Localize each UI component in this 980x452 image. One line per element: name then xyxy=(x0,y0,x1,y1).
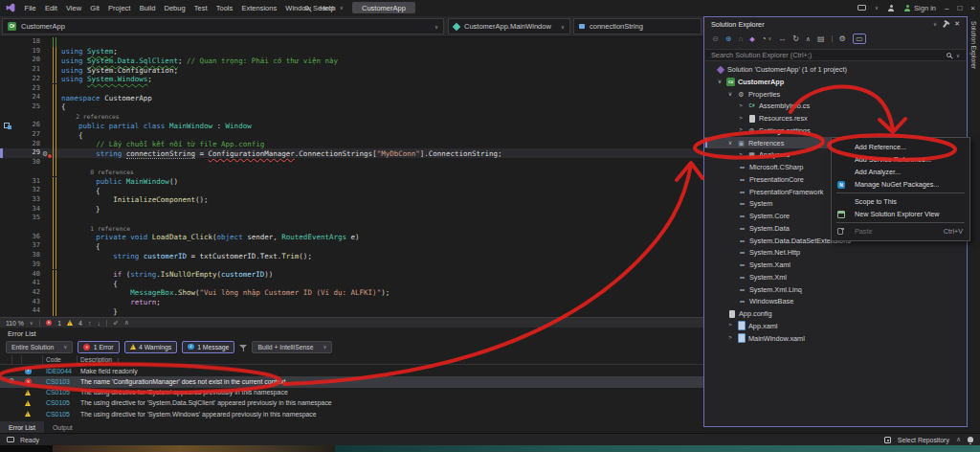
project-dropdown[interactable]: CustomerApp ∨ xyxy=(2,18,444,34)
menu-item-new-solution-explorer-view[interactable]: New Solution Explorer View xyxy=(832,208,969,220)
tree-item-app-config[interactable]: App.config xyxy=(704,307,967,320)
chevron-down-icon[interactable] xyxy=(768,36,771,41)
tree-item-windowsbase[interactable]: WindowsBase xyxy=(704,295,967,307)
live-share-icon[interactable] xyxy=(887,5,895,11)
chevron-down-icon[interactable]: ∨ xyxy=(933,21,937,27)
next-issue-icon[interactable]: ↓ xyxy=(97,320,100,327)
tree-item-system-xaml[interactable]: System.Xaml xyxy=(704,259,967,271)
pending-changes-icon[interactable] xyxy=(762,35,767,43)
menu-item-add-reference[interactable]: Add Reference... xyxy=(832,141,969,153)
tree-item-properties[interactable]: ∨Properties xyxy=(704,88,967,101)
properties-icon[interactable] xyxy=(839,35,846,43)
type-dropdown[interactable]: CustomerApp.MainWindow ∨ xyxy=(448,18,570,34)
chevron-collapsed-icon[interactable]: > xyxy=(737,126,745,132)
warning-indicator-icon[interactable] xyxy=(67,320,73,326)
messages-icon[interactable]: ⇙ xyxy=(113,319,119,327)
minimize-button[interactable]: – xyxy=(945,4,948,12)
chevron-down-icon[interactable]: ∨ xyxy=(956,53,960,58)
menu-project[interactable]: Project xyxy=(104,4,136,12)
menu-item-manage-nuget-packages[interactable]: Manage NuGet Packages... xyxy=(832,178,969,191)
zoom-level[interactable]: 110 % xyxy=(6,320,24,327)
previous-issue-icon[interactable]: ↑ xyxy=(88,320,92,327)
sync-icon[interactable] xyxy=(778,35,786,43)
menu-view[interactable]: View xyxy=(61,4,85,12)
chevron-collapsed-icon[interactable]: > xyxy=(737,102,745,108)
chevron-collapsed-icon[interactable]: > xyxy=(726,322,734,328)
error-indicator-icon[interactable] xyxy=(46,320,53,327)
line-number: 39 xyxy=(15,260,40,268)
tree-item-settings-settings[interactable]: >Settings.settings xyxy=(704,124,967,137)
chevron-collapsed-icon[interactable]: > xyxy=(737,151,745,157)
error-row-cs0105[interactable]: CS0105The using directive for 'System' a… xyxy=(0,388,703,398)
tab-error-list[interactable]: Error List xyxy=(0,421,44,433)
chevron-expanded-icon[interactable]: ∨ xyxy=(716,78,724,84)
error-row-ide0044[interactable]: IDE0044Make field readonly xyxy=(0,366,703,376)
preview-selected-icon[interactable] xyxy=(853,34,867,44)
menu-item-paste[interactable]: PasteCtrl+V xyxy=(832,225,969,237)
chevron-expanded-icon[interactable]: ∨ xyxy=(726,90,734,97)
menu-debug[interactable]: Debug xyxy=(160,4,189,12)
tree-item-solution-customerapp-1-of-1-project[interactable]: Solution 'CustomerApp' (1 of 1 project) xyxy=(704,63,967,76)
solution-name-button[interactable]: CustomerApp xyxy=(352,2,415,13)
member-dropdown[interactable]: connectionString xyxy=(573,18,702,34)
tree-item-system-xml-linq[interactable]: System.Xml.Linq xyxy=(704,283,967,296)
chevron-collapsed-icon[interactable]: > xyxy=(737,115,745,121)
chevron-down-icon[interactable]: ∨ xyxy=(30,320,33,326)
back-icon[interactable] xyxy=(712,35,719,43)
tree-item-system-net-http[interactable]: System.Net.Http xyxy=(704,246,967,259)
show-all-files-icon[interactable] xyxy=(817,35,825,43)
tree-item-system-xml[interactable]: System.Xml xyxy=(704,271,967,283)
tab-output[interactable]: Output xyxy=(44,421,81,433)
select-repository-button[interactable]: Select Repository xyxy=(898,437,949,443)
tree-item-mainwindow-xaml[interactable]: >MainWindow.xaml xyxy=(704,332,967,345)
switch-views-icon[interactable] xyxy=(749,35,754,42)
chevron-down-icon[interactable]: ∨ xyxy=(340,5,344,11)
menu-item-scope-to-this[interactable]: Scope to This xyxy=(832,195,969,208)
close-icon[interactable]: ✕ xyxy=(954,20,960,28)
menu-file[interactable]: File xyxy=(20,4,40,12)
code-text: namespace CustomerApp xyxy=(61,94,152,102)
quick-fix-icon[interactable] xyxy=(9,377,14,385)
error-row-cs0105[interactable]: CS0105The using directive for 'System.Wi… xyxy=(0,409,703,419)
sign-in-button[interactable]: Sign in xyxy=(903,4,936,12)
error-row-cs0105[interactable]: CS0105The using directive for 'System.Da… xyxy=(0,398,703,409)
menu-edit[interactable]: Edit xyxy=(40,4,61,12)
codelens-text[interactable]: 2 references xyxy=(61,113,120,120)
search-box[interactable]: Search ∨ xyxy=(304,0,344,15)
chevron-down-icon[interactable]: ∨ xyxy=(875,5,879,11)
chevron-expanded-icon[interactable]: ∨ xyxy=(726,139,734,146)
background-tasks-icon[interactable] xyxy=(7,437,14,442)
restore-button[interactable]: □ xyxy=(957,4,962,12)
codelens-text[interactable]: 0 references xyxy=(61,169,134,175)
pin-icon[interactable] xyxy=(943,21,948,28)
code-editor[interactable]: 1819using System;20using System.Data.Sql… xyxy=(0,37,703,317)
close-button[interactable]: × xyxy=(970,4,975,12)
collapse-all-icon[interactable] xyxy=(806,35,811,42)
menu-item-add-service-reference[interactable]: Add Service Reference... xyxy=(832,153,969,166)
chevron-collapsed-icon[interactable]: > xyxy=(726,334,734,340)
menu-tools[interactable]: Tools xyxy=(212,4,237,12)
menu-test[interactable]: Test xyxy=(189,4,212,12)
tree-item-customerapp[interactable]: ∨CustomerApp xyxy=(704,76,967,88)
feedback-icon[interactable] xyxy=(858,5,866,11)
menu-item-label: Scope to This xyxy=(855,197,897,206)
tree-item-resources-resx[interactable]: >Resources.resx xyxy=(704,112,967,124)
solution-explorer-side-tab[interactable]: Solution Explorer xyxy=(969,16,979,74)
menu-git[interactable]: Git xyxy=(86,4,104,12)
error-row-cs0103[interactable]: CS0103The name 'ConfigurationManager' do… xyxy=(0,376,703,387)
line-number: 40 xyxy=(15,270,40,278)
home-icon[interactable] xyxy=(738,35,743,43)
quick-actions-icon[interactable] xyxy=(42,149,52,158)
menu-extensions[interactable]: Extensions xyxy=(237,4,281,12)
notifications-bell-icon[interactable] xyxy=(968,437,973,442)
chevron-up-icon[interactable]: ∧ xyxy=(956,436,961,443)
refresh-icon[interactable] xyxy=(792,35,799,43)
tree-item-assemblyinfo-cs[interactable]: >AssemblyInfo.cs xyxy=(704,100,967,112)
forward-icon[interactable] xyxy=(725,35,732,43)
collapse-icon[interactable]: ∧ xyxy=(124,319,129,327)
codelens-text[interactable]: 1 reference xyxy=(61,225,130,232)
tree-item-app-xaml[interactable]: >App.xaml xyxy=(704,320,967,332)
menu-item-add-analyzer[interactable]: Add Analyzer... xyxy=(832,166,969,178)
menu-build[interactable]: Build xyxy=(135,4,160,12)
solution-explorer-search[interactable]: Search Solution Explorer (Ctrl+;) ∨ xyxy=(705,49,966,61)
